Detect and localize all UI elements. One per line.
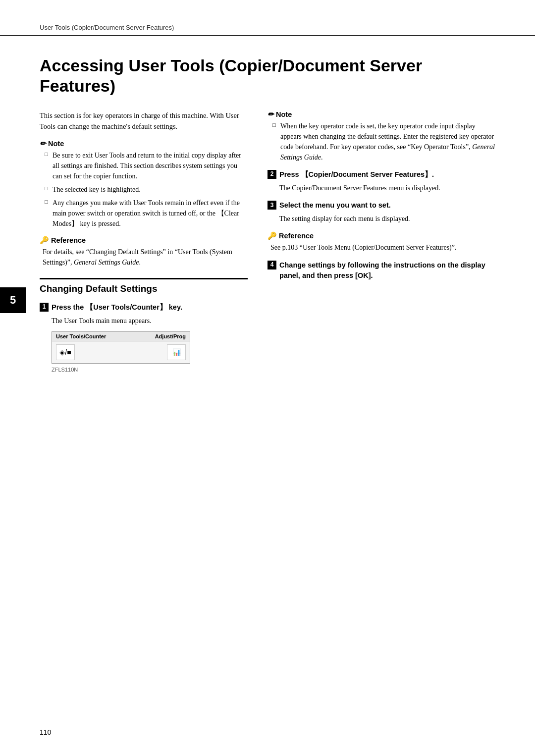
panel-icon-2: 📊 (167, 344, 186, 360)
step-2-body: The Copier/Document Server Features menu… (279, 183, 495, 194)
left-note-item-3: Any changes you make with User Tools rem… (45, 198, 248, 229)
page-number: 110 (40, 728, 51, 736)
page: User Tools (Copier/Document Server Featu… (0, 0, 535, 756)
panel-body: ◈/■ 📊 (52, 341, 190, 363)
step-1-number: 1 (40, 303, 49, 312)
right-note-title: ✏ Note (268, 110, 495, 119)
left-column: This section is for key operators in cha… (40, 110, 248, 379)
two-column-layout: This section is for key operators in cha… (40, 110, 495, 379)
panel-icon-1: ◈/■ (56, 344, 75, 360)
step-2-label: Press 【Copier/Document Server Features】. (279, 169, 434, 180)
reference-icon: 🔑 (40, 236, 49, 245)
right-note-icon: ✏ (268, 110, 274, 119)
chapter-tab: 5 (0, 287, 26, 313)
left-note-item-1: Be sure to exit User Tools and return to… (45, 150, 248, 181)
step-2: 2 Press 【Copier/Document Server Features… (268, 169, 495, 194)
left-reference-title: 🔑 Reference (40, 236, 248, 245)
panel-icon-area-1: ◈/■ (56, 344, 75, 360)
step-3-title: 3 Select the menu you want to set. (268, 200, 495, 211)
panel-icon-area-2: 📊 (167, 344, 186, 360)
step-1-body: The User Tools main menu appears. (52, 316, 248, 326)
right-note-item-1: When the key operator code is set, the k… (272, 121, 495, 162)
step-3-label: Select the menu you want to set. (279, 200, 391, 211)
page-header: User Tools (Copier/Document Server Featu… (0, 0, 535, 36)
main-content: Accessing User Tools (Copier/Document Se… (0, 36, 535, 409)
right-reference-icon: 🔑 (268, 231, 277, 240)
section-heading: Changing Default Settings (40, 278, 248, 294)
right-column: ✏ Note When the key operator code is set… (268, 110, 495, 379)
step-1-title: 1 Press the 【User Tools/Counter】 key. (40, 302, 248, 313)
step-2-number: 2 (268, 170, 276, 179)
right-reference-text: See p.103 “User Tools Menu (Copier/Docum… (270, 242, 495, 253)
step-3: 3 Select the menu you want to set. The s… (268, 200, 495, 224)
left-reference-section: 🔑 Reference For details, see “Changing D… (40, 236, 248, 268)
left-note-item-2: The selected key is highlighted. (45, 184, 248, 195)
panel-caption: ZFLS110N (52, 367, 248, 373)
step-3-number: 3 (268, 201, 276, 210)
left-note-title: ✏ Note (40, 139, 248, 148)
display-panel: User Tools/Counter Adjust/Prog ◈/■ (52, 331, 190, 364)
panel-header: User Tools/Counter Adjust/Prog (52, 332, 190, 341)
step-2-title: 2 Press 【Copier/Document Server Features… (268, 169, 495, 180)
right-reference-section: 🔑 Reference See p.103 “User Tools Menu (… (268, 231, 495, 253)
step-3-body: The setting display for each menu is dis… (279, 214, 495, 224)
panel-col2-label: Adjust/Prog (155, 333, 186, 339)
step-1-label: Press the 【User Tools/Counter】 key. (52, 302, 182, 313)
right-reference-title: 🔑 Reference (268, 231, 495, 240)
left-reference-text: For details, see “Changing Default Setti… (43, 247, 248, 268)
step-4-title: 4 Change settings by following the instr… (268, 260, 495, 281)
breadcrumb: User Tools (Copier/Document Server Featu… (40, 24, 174, 31)
intro-paragraph: This section is for key operators in cha… (40, 110, 248, 132)
right-note-section: ✏ Note When the key operator code is set… (268, 110, 495, 162)
step-4-label: Change settings by following the instruc… (279, 260, 495, 281)
left-note-section: ✏ Note Be sure to exit User Tools and re… (40, 139, 248, 229)
page-title: Accessing User Tools (Copier/Document Se… (40, 55, 495, 96)
step-4: 4 Change settings by following the instr… (268, 260, 495, 281)
step-4-number: 4 (268, 261, 276, 270)
note-icon: ✏ (40, 139, 46, 148)
step-1: 1 Press the 【User Tools/Counter】 key. Th… (40, 302, 248, 373)
panel-col1-label: User Tools/Counter (56, 333, 106, 339)
